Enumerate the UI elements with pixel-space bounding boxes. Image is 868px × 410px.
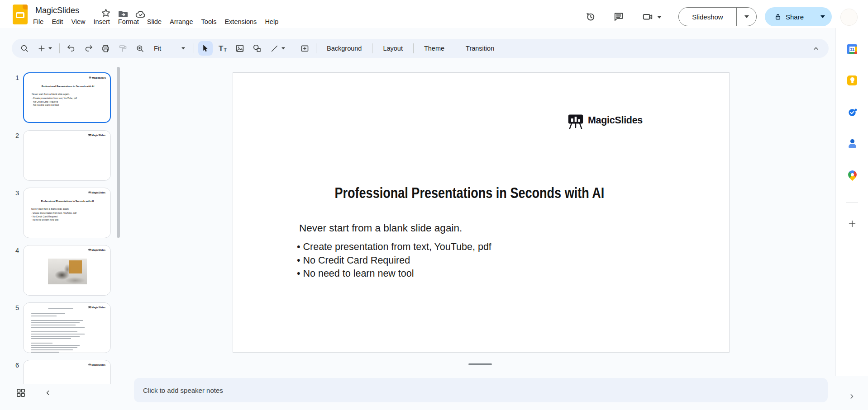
slideshow-options-caret[interactable] — [736, 8, 756, 26]
document-title[interactable]: MagicSlides — [35, 6, 79, 15]
slideshow-label: Slideshow — [679, 8, 736, 26]
thumb-photo — [48, 259, 87, 284]
bottom-bar: Click to add speaker notes — [0, 376, 868, 410]
slide-thumbnail-3[interactable]: MagicSlides Professional Presentations i… — [23, 188, 111, 238]
toolbar-separator — [316, 43, 316, 53]
menubar: File Edit View Insert Format Slide Arran… — [29, 17, 282, 28]
search-menus-icon[interactable] — [17, 41, 32, 56]
slideshow-button[interactable]: Slideshow — [678, 7, 757, 26]
expand-side-panel-icon[interactable] — [847, 392, 856, 401]
video-call-caret-icon[interactable] — [657, 16, 671, 29]
undo-icon[interactable] — [64, 41, 78, 56]
notes-resize-handle[interactable] — [468, 363, 492, 365]
grid-view-icon[interactable] — [15, 387, 26, 398]
select-tool-icon[interactable] — [198, 41, 213, 56]
speaker-notes-placeholder: Click to add speaker notes — [143, 386, 223, 394]
background-button[interactable]: Background — [320, 41, 368, 56]
slides-app-icon-glyph — [16, 12, 24, 18]
slide-editor-canvas[interactable]: MagicSlides Professional Presentations i… — [233, 72, 730, 353]
magicslides-logo-icon — [567, 112, 585, 132]
share-options-caret[interactable] — [813, 7, 832, 26]
menu-view[interactable]: View — [67, 17, 89, 28]
insert-line-caret-icon — [281, 47, 285, 50]
share-label: Share — [786, 13, 804, 21]
slide-bullets-textbox[interactable]: • Create presentation from text, YouTube… — [297, 240, 491, 281]
new-slide-button[interactable] — [34, 41, 55, 56]
print-icon[interactable] — [98, 41, 113, 56]
magicslides-logo-icon: MagicSlides — [88, 363, 105, 366]
avatar[interactable] — [840, 9, 858, 26]
toolbar-separator — [194, 43, 194, 53]
menu-edit[interactable]: Edit — [48, 17, 67, 28]
menu-slide[interactable]: Slide — [143, 17, 166, 28]
keep-icon[interactable] — [836, 75, 868, 85]
thumb-slide-title: Professional Presentations in Seconds wi… — [27, 200, 108, 203]
slide-thumbnail-2[interactable]: MagicSlides — [23, 130, 111, 181]
zoom-fit-value: Fit — [154, 45, 161, 52]
text-box-icon[interactable]: TT — [215, 41, 230, 56]
menu-extensions[interactable]: Extensions — [220, 17, 261, 28]
filmstrip-scrollbar[interactable] — [117, 67, 120, 238]
slide-number-4: 4 — [7, 247, 19, 254]
main-toolbar: Fit TT Background Layout Theme Tra — [12, 39, 829, 58]
insert-shape-icon[interactable] — [250, 41, 264, 56]
speaker-notes-input[interactable]: Click to add speaker notes — [134, 378, 828, 402]
menu-tools[interactable]: Tools — [197, 17, 221, 28]
insert-image-icon[interactable] — [233, 41, 247, 56]
thumb-slide-subtitle: Never start from a blank slide again. — [32, 93, 70, 95]
magicslides-logo[interactable]: MagicSlides — [567, 112, 643, 132]
app-header: MagicSlides File Edit View Insert Format… — [0, 0, 868, 28]
slide-number-6: 6 — [7, 362, 19, 369]
version-history-icon[interactable] — [584, 10, 597, 24]
contacts-icon[interactable] — [836, 139, 868, 149]
transition-button[interactable]: Transition — [459, 41, 501, 56]
slide-bullet-3[interactable]: • No need to learn new tool — [297, 267, 491, 281]
zoom-fit-caret-icon — [181, 47, 185, 50]
slide-title-textbox[interactable]: Professional Presentations in Seconds wi… — [233, 184, 706, 202]
maps-icon[interactable] — [836, 170, 868, 179]
comments-icon[interactable] — [612, 10, 625, 24]
text-line-bar — [24, 308, 98, 309]
share-button[interactable]: Share — [765, 7, 832, 26]
slide-number-2: 2 — [7, 132, 19, 139]
slides-app-icon[interactable] — [13, 5, 28, 24]
slide-thumbnail-5[interactable]: MagicSlides — [23, 302, 111, 353]
slide-subtitle-textbox[interactable]: Never start from a blank slide again. — [299, 222, 462, 234]
menu-insert[interactable]: Insert — [90, 17, 114, 28]
redo-icon[interactable] — [81, 41, 95, 56]
thumb-slide-title: Professional Presentations in Seconds wi… — [28, 85, 108, 88]
zoom-fit-select[interactable]: Fit — [150, 41, 190, 56]
zoom-icon[interactable] — [133, 41, 147, 56]
menu-file[interactable]: File — [29, 17, 48, 28]
toolbar-separator — [372, 43, 372, 53]
menu-format[interactable]: Format — [114, 17, 143, 28]
menu-arrange[interactable]: Arrange — [166, 17, 197, 28]
slide-thumbnail-1[interactable]: MagicSlides Professional Presentations i… — [23, 72, 111, 123]
theme-button[interactable]: Theme — [418, 41, 451, 56]
toolbar-separator — [59, 43, 60, 53]
lock-icon — [774, 13, 782, 21]
slide-bullet-1[interactable]: • Create presentation from text, YouTube… — [297, 240, 491, 254]
insert-line-tool[interactable] — [267, 41, 289, 56]
toolbar-separator — [413, 43, 414, 53]
magicslides-logo-icon: MagicSlides — [89, 76, 106, 79]
slide-bullet-2[interactable]: • No Credit Card Required — [297, 254, 491, 268]
slide-thumbnail-4[interactable]: MagicSlides — [23, 245, 111, 296]
collapse-filmstrip-icon[interactable] — [43, 388, 52, 397]
toolbar-separator — [455, 43, 455, 53]
get-addons-icon[interactable] — [836, 219, 868, 229]
video-call-icon[interactable] — [641, 10, 654, 24]
layout-button[interactable]: Layout — [377, 41, 409, 56]
side-panel: 31 — [835, 28, 868, 376]
insert-placeholder-icon[interactable] — [297, 41, 312, 56]
menu-help[interactable]: Help — [261, 17, 282, 28]
new-slide-caret-icon — [48, 47, 52, 50]
magicslides-logo-text: MagicSlides — [588, 115, 643, 126]
magicslides-logo-icon: MagicSlides — [88, 134, 105, 137]
calendar-icon[interactable]: 31 — [836, 44, 868, 54]
slide-number-3: 3 — [7, 189, 19, 197]
paint-format-icon[interactable] — [115, 41, 130, 56]
collapse-toolbar-icon[interactable] — [809, 41, 823, 56]
slide-number-1: 1 — [7, 74, 19, 81]
tasks-icon[interactable] — [836, 107, 868, 118]
